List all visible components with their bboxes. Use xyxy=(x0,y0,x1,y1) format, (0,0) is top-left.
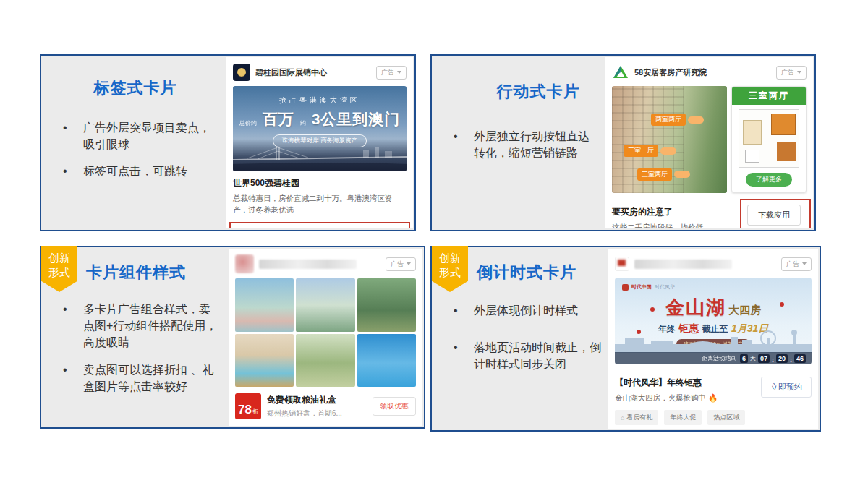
discount-unit: 折 xyxy=(252,408,258,416)
grid-photo[interactable] xyxy=(357,334,416,388)
ad-description: 总裁特惠日，房价直减二到十万。粤港澳湾区资产，过冬养老优选 xyxy=(233,192,407,216)
section-title: 倒计时式卡片 xyxy=(477,262,611,283)
tag-label: 年终大促 xyxy=(670,413,696,422)
room-label[interactable]: 三室一厅 xyxy=(624,145,658,157)
colon-separator xyxy=(790,352,792,365)
chevron-down-icon xyxy=(797,71,801,74)
hot-tag-pill xyxy=(688,116,704,124)
advertiser-name: 58安居客房产研究院 xyxy=(634,67,776,78)
feed-ad-mockup: 58安居客房产研究院 广告 两室两厅 三室一厅 xyxy=(605,57,813,228)
house-icon: ⌂ xyxy=(621,414,624,421)
advertiser-name: 碧桂园国际展销中心 xyxy=(255,67,376,78)
clickable-tag[interactable]: 年终大促 xyxy=(664,410,702,425)
brand-name: 时代中国 xyxy=(631,283,652,291)
blurred-avatar xyxy=(615,257,629,271)
building-photo[interactable]: 两室两厅 三室一厅 三室两厅 xyxy=(612,86,727,193)
section-title: 标签式卡片 xyxy=(41,77,229,99)
claim-coupon-button[interactable]: 领取优惠 xyxy=(373,397,416,416)
tag-label: 热点区域 xyxy=(713,413,739,422)
book-now-button[interactable]: 立即预约 xyxy=(761,377,812,398)
slide: 标签式卡片 广告外层突显项目卖点，吸引眼球 标签可点击，可跳转 碧桂园国际展销中… xyxy=(0,0,868,488)
hero-tagline: 抢占粤港澳大湾区 xyxy=(233,95,407,106)
countdown-label: 距离活动结束 xyxy=(702,354,736,362)
ad-label-dropdown[interactable]: 广告 xyxy=(376,66,407,80)
decor-dot xyxy=(650,307,655,312)
chevron-down-icon xyxy=(802,262,807,265)
ad-label: 广告 xyxy=(781,68,794,77)
ad-description: 金山湖大四房，火爆抢购中 🔥 xyxy=(615,392,761,403)
countdown-day-unit: 天 xyxy=(750,354,756,362)
component-card-section: 创新 形式 卡片组件样式 多卡片广告组合样式，卖 点图+行动组件搭配使用， 高度… xyxy=(40,246,425,429)
countdown-card-section: 创新 形式 倒计时式卡片 外层体现倒计时样式 落地页活动时间截止，倒计时样式同步… xyxy=(430,246,821,432)
bullet-point: 卖点图可以选择折扣 、礼 盒图片等点击率较好 xyxy=(41,361,231,395)
project-type: 大四房 xyxy=(728,304,761,316)
ad-label-dropdown[interactable]: 广告 xyxy=(386,257,416,271)
project-name: 金山湖 xyxy=(665,296,726,318)
city-skyline-icon xyxy=(615,328,812,353)
ad-headline: 世界500强碧桂园 xyxy=(233,177,407,189)
hot-tag-pill xyxy=(674,171,690,178)
grid-photo[interactable] xyxy=(235,334,294,388)
room-label[interactable]: 两室两厅 xyxy=(651,114,686,126)
bullet-point: 多卡片广告组合样式，卖 点图+行动组件搭配使用， 高度吸睛 xyxy=(41,301,231,351)
offer-description: 郑州热销好盘，首期6... xyxy=(267,408,367,419)
clickable-tag[interactable]: 热点区域 xyxy=(707,410,745,425)
blurred-avatar xyxy=(235,254,254,273)
bullet-point: 落地页活动时间截止，倒计时样式同步关闭 xyxy=(432,339,611,372)
bullet-point: 标签可点击，可跳转 xyxy=(41,163,229,179)
ad-label-dropdown[interactable]: 广告 xyxy=(776,66,807,80)
grid-photo[interactable] xyxy=(357,278,416,332)
countdown-days: 6 xyxy=(740,354,748,363)
feed-ad-mockup: 碧桂园国际展销中心 广告 抢占粤港澳大湾区 总价约 百万 约 3公里到澳门 珠海… xyxy=(226,57,413,228)
badge-line: 形式 xyxy=(432,265,468,280)
bullet-point: 外层独立行动按钮直达转化，缩短营销链路 xyxy=(432,128,608,161)
highlight-box xyxy=(740,199,811,228)
ad-hero-image[interactable]: 抢占粤港澳大湾区 总价约 百万 约 3公里到澳门 珠海横琴对岸 商务海景资产 xyxy=(233,86,407,171)
grid-photo[interactable] xyxy=(235,278,294,332)
badge-line: 创新 xyxy=(432,251,468,265)
ad-description: 这些二手房地段好、均价低 xyxy=(612,221,741,228)
learn-more-button[interactable]: 了解更多 xyxy=(746,173,792,187)
ad-label-dropdown[interactable]: 广告 xyxy=(781,257,812,271)
room-label[interactable]: 三室两厅 xyxy=(637,168,672,181)
price-prefix: 总价约 xyxy=(239,119,257,129)
offer-component-row[interactable]: 78 折 免费领取粮油礼盒 郑州热销好盘，首期6... 领取优惠 xyxy=(235,393,416,419)
advertiser-logo-icon xyxy=(233,64,250,81)
blurred-advertiser-name xyxy=(634,260,732,269)
grid-photo[interactable] xyxy=(296,278,354,332)
countdown-bar: 距离活动结束 6 天 07 20 46 xyxy=(615,352,812,364)
action-card-text: 行动式卡片 外层独立行动按钮直达转化，缩短营销链路 xyxy=(432,56,608,230)
badge-line: 形式 xyxy=(41,265,77,280)
ad-label: 广告 xyxy=(786,260,799,269)
hot-tag-pill xyxy=(660,147,676,155)
distance-value: 3公里到澳门 xyxy=(312,109,401,129)
ad-label: 广告 xyxy=(381,68,394,77)
decor-dot xyxy=(780,302,784,307)
brand-logo-icon xyxy=(622,284,629,291)
floorplan-title: 三室两厅 xyxy=(732,87,806,105)
tag-label: 看房有礼 xyxy=(626,413,652,422)
ad-label: 广告 xyxy=(391,260,404,269)
highlight-box xyxy=(229,222,410,228)
discount-badge: 78 折 xyxy=(235,393,261,419)
floorplan-panel: 三室两厅 了解更多 xyxy=(731,86,807,193)
clickable-tag[interactable]: ⌂ 看房有礼 xyxy=(615,410,658,425)
chevron-down-icon xyxy=(407,262,411,265)
section-title: 卡片组件样式 xyxy=(86,262,231,283)
feed-ad-mockup: 广告 78 折 免费领取粮油礼盒 郑州热销好盘，首期6... xyxy=(229,249,422,426)
countdown-seconds: 46 xyxy=(794,354,806,363)
grid-photo[interactable] xyxy=(296,334,354,388)
offer-title: 免费领取粮油礼盒 xyxy=(267,394,367,406)
tag-card-text: 标签式卡片 广告外层突显项目卖点，吸引眼球 标签可点击，可跳转 xyxy=(41,56,229,230)
brand-series: 时代风华 xyxy=(655,283,675,291)
ad-tag-row: 专属折扣 多盘联动 看房有礼 xyxy=(233,223,407,228)
countdown-minutes: 20 xyxy=(776,354,788,363)
bridge-silhouette-icon xyxy=(233,144,407,171)
badge-line: 创新 xyxy=(41,251,77,265)
countdown-hours: 07 xyxy=(758,354,770,363)
advertiser-logo-icon xyxy=(612,64,629,81)
floorplan-image xyxy=(739,109,799,168)
ad-hero-image[interactable]: 时代中国 时代风华 金山湖大四房 年终 钜惠 截止至 1月31日 建面约 75-… xyxy=(615,278,812,364)
ad-image-grid[interactable] xyxy=(235,278,416,387)
bullet-point: 外层体现倒计时样式 xyxy=(432,302,611,319)
